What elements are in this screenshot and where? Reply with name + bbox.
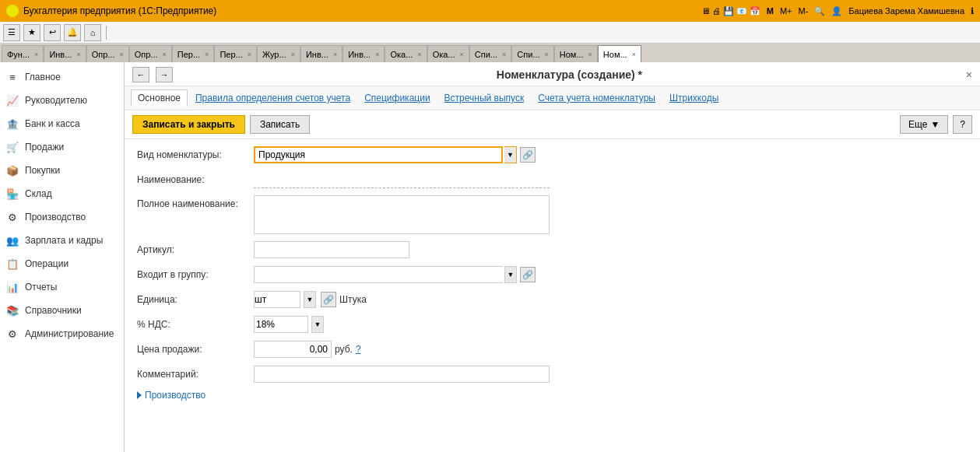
tab-14[interactable]: Ном... ×	[598, 45, 641, 62]
tab-5[interactable]: Пер... ×	[214, 45, 257, 62]
sidebar-item-sales[interactable]: 🛒 Продажи	[0, 135, 124, 159]
sub-tab-link-5[interactable]: Штрихкоды	[663, 90, 725, 106]
sidebar-item-salary[interactable]: 👥 Зарплата и кадры	[0, 229, 124, 252]
mplus-button[interactable]: M+	[780, 6, 792, 16]
tab-close-8[interactable]: ×	[375, 51, 379, 58]
sidebar-item-reports[interactable]: 📊 Отчеты	[0, 275, 124, 299]
edinitsa-dropdown-btn[interactable]: ▼	[304, 291, 316, 308]
tab-8[interactable]: Инв... ×	[342, 45, 385, 62]
vid-nomenklatury-link-btn[interactable]: 🔗	[520, 147, 536, 163]
sidebar-label-sales: Продажи	[25, 142, 64, 152]
search-icon[interactable]: 🔍	[814, 6, 825, 16]
tab-close-5[interactable]: ×	[248, 51, 251, 58]
sub-tab-link-3[interactable]: Встречный выпуск	[438, 90, 531, 106]
help-button[interactable]: ?	[953, 115, 972, 134]
sidebar-item-management[interactable]: 📈 Руководителю	[0, 89, 124, 112]
sidebar-item-admin[interactable]: ⚙ Администрирование	[0, 322, 124, 345]
naimenovanie-input[interactable]	[254, 171, 550, 188]
tab-close-0[interactable]: ×	[34, 51, 38, 58]
toolbar-back-btn[interactable]: ↩	[44, 24, 61, 41]
tab-close-6[interactable]: ×	[291, 51, 295, 58]
save-close-button[interactable]: Записать и закрыть	[132, 115, 245, 134]
tab-6[interactable]: Жур... ×	[257, 45, 300, 62]
sidebar-item-bank[interactable]: 🏦 Банк и касса	[0, 112, 124, 135]
production-link[interactable]: Производство	[137, 390, 968, 401]
vid-nomenklatury-dropdown-btn[interactable]: ▼	[504, 146, 517, 163]
tab-close-13[interactable]: ×	[588, 51, 592, 58]
sub-tab-link-2[interactable]: Спецификации	[358, 90, 436, 106]
toolbar-menu-btn[interactable]: ☰	[3, 24, 20, 41]
sidebar-item-production[interactable]: ⚙ Производство	[0, 205, 124, 229]
content-area: ← → Номенклатура (создание) * × Основное…	[125, 62, 980, 452]
more-button[interactable]: Еще ▼	[900, 115, 948, 134]
sub-tab-main[interactable]: Основное	[131, 89, 188, 107]
sidebar-item-warehouse[interactable]: 🏪 Склад	[0, 182, 124, 205]
edinitsa-unit-name: Штука	[339, 294, 367, 305]
tab-9[interactable]: Ока... ×	[385, 45, 427, 62]
tab-close-3[interactable]: ×	[163, 51, 167, 58]
tab-10[interactable]: Ока... ×	[427, 45, 469, 62]
warehouse-icon: 🏪	[6, 187, 19, 200]
toolbar-fav-btn[interactable]: ★	[23, 24, 40, 41]
nav-forward-btn[interactable]: →	[156, 67, 173, 82]
mminus-button[interactable]: M-	[799, 6, 809, 16]
tsena-prodazhi-input[interactable]	[254, 341, 332, 358]
tab-3[interactable]: Опр... ×	[129, 45, 172, 62]
edinitsa-link-btn[interactable]: 🔗	[321, 292, 336, 307]
vkhodit-v-gruppu-link-btn[interactable]: 🔗	[520, 267, 536, 282]
tb-icon-3[interactable]: 💾	[723, 6, 734, 16]
sidebar-label-management: Руководителю	[25, 95, 87, 106]
tab-close-1[interactable]: ×	[76, 51, 80, 58]
tab-0[interactable]: Фун... ×	[2, 45, 44, 62]
sub-tab-link-4[interactable]: Счета учета номенклатуры	[532, 90, 662, 106]
sidebar-item-purchases[interactable]: 📦 Покупки	[0, 159, 124, 182]
tb-icon-2[interactable]: 🖨	[712, 6, 721, 16]
tb-icon-5[interactable]: 📅	[750, 6, 760, 16]
naimenovanie-row: Наименование:	[137, 170, 968, 189]
artikul-input[interactable]	[254, 241, 409, 258]
tab-2[interactable]: Опр... ×	[86, 45, 129, 62]
vkhodit-v-gruppu-input[interactable]	[254, 266, 503, 283]
tab-close-4[interactable]: ×	[205, 51, 209, 58]
toolbar-bell-btn[interactable]: 🔔	[64, 24, 81, 41]
sub-tab-link-1[interactable]: Правила определения счетов учета	[189, 90, 357, 106]
nav-back-btn[interactable]: ←	[132, 67, 149, 82]
tab-close-12[interactable]: ×	[545, 51, 549, 58]
sidebar-item-main[interactable]: ≡ Главное	[0, 65, 124, 89]
sidebar-item-operations[interactable]: 📋 Операции	[0, 252, 124, 275]
doc-close-btn[interactable]: ×	[966, 68, 972, 81]
sidebar-item-references[interactable]: 📚 Справочники	[0, 299, 124, 322]
tab-7[interactable]: Инв... ×	[300, 45, 342, 62]
nds-dropdown-btn[interactable]: ▼	[311, 316, 324, 333]
price-help-link[interactable]: ?	[356, 344, 361, 355]
tab-close-7[interactable]: ×	[333, 51, 337, 58]
more-chevron-icon: ▼	[930, 119, 940, 130]
tab-4[interactable]: Пер... ×	[172, 45, 215, 62]
info-icon[interactable]: ℹ	[971, 6, 974, 16]
kommentariy-input[interactable]	[254, 366, 550, 383]
m-button[interactable]: M	[767, 6, 774, 16]
vid-nomenklatury-input[interactable]	[254, 146, 503, 163]
vid-nomenklatury-label: Вид номенклатуры:	[137, 149, 254, 160]
tab-close-14[interactable]: ×	[632, 51, 636, 58]
references-icon: 📚	[6, 304, 19, 317]
tab-close-10[interactable]: ×	[460, 51, 464, 58]
form-toolbar: Записать и закрыть Записать Еще ▼ ?	[125, 110, 980, 139]
tab-1[interactable]: Инв... ×	[44, 45, 86, 62]
polnoe-naimenovanie-input[interactable]	[254, 195, 550, 234]
tab-close-2[interactable]: ×	[119, 51, 123, 58]
edinitsa-label: Единица:	[137, 294, 254, 305]
nds-input[interactable]	[254, 316, 308, 333]
vkhodit-v-gruppu-dropdown-btn[interactable]: ▼	[504, 266, 517, 283]
edinitsa-input[interactable]	[254, 291, 300, 308]
tab-close-9[interactable]: ×	[417, 51, 421, 58]
tab-12[interactable]: Спи... ×	[511, 45, 553, 62]
tab-13[interactable]: Ном... ×	[554, 45, 598, 62]
tab-11[interactable]: Спи... ×	[469, 45, 511, 62]
tab-close-11[interactable]: ×	[502, 51, 506, 58]
tb-icon-4[interactable]: 📧	[736, 6, 747, 16]
tb-icon-1[interactable]: 🖥	[701, 6, 710, 16]
save-button[interactable]: Записать	[250, 115, 310, 134]
toolbar-home-btn[interactable]: ⌂	[84, 24, 101, 41]
nds-wrapper: ▼	[254, 316, 324, 333]
